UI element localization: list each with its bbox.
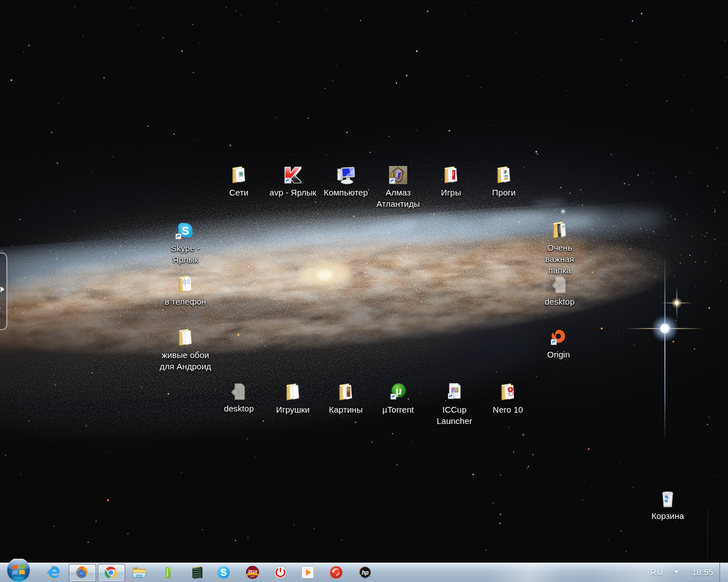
svg-text:S: S <box>181 225 189 237</box>
svg-text:2010: 2010 <box>248 569 258 574</box>
svg-text:hp: hp <box>362 569 369 576</box>
svg-text:S: S <box>221 568 227 577</box>
svg-text:µ: µ <box>396 385 402 397</box>
svg-text:AVP: AVP <box>250 575 255 578</box>
svg-text:A: A <box>401 171 407 180</box>
